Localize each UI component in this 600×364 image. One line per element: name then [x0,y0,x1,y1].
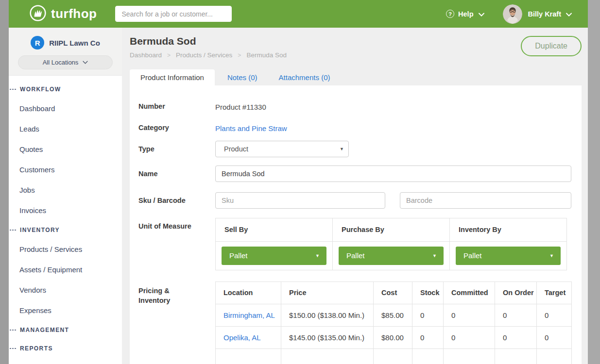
grass-logo-icon [29,4,47,24]
dropdown-arrow-icon: ▼ [549,253,554,258]
stock-cell: 0 [412,326,444,348]
type-select[interactable]: Product [215,141,349,157]
uom-col-inventory-by: Inventory By [450,218,567,241]
product-information-panel: Number Product #11330 Category Plants an… [130,85,582,364]
target-cell: 0 [537,304,572,326]
browser-window: turfhop ? Help [9,0,588,364]
col-cost: Cost [374,281,412,304]
col-location: Location [216,281,281,304]
table-header-row: Location Price Cost Stock Committed On O… [216,281,572,304]
sku-input[interactable] [215,192,385,209]
chevron-down-icon [479,10,484,18]
sidebar-item-leads[interactable]: Leads [9,118,122,139]
org-name: RIIPL Lawn Co [49,39,100,47]
sidebar: R RIIPL Lawn Co All Locations WORKFLOW D… [9,28,122,364]
price-cell: $150.00 ($138.00 Min.) [281,304,374,326]
cost-cell: $80.00 [374,326,412,348]
sidebar-item-jobs[interactable]: Jobs [9,180,122,200]
sidebar-item-assets-equipment[interactable]: Assets / Equipment [9,259,122,280]
breadcrumb-separator: > [167,52,171,59]
dashes-icon [10,89,16,90]
dropdown-arrow-icon: ▼ [315,253,320,258]
table-row: Birmingham, AL $150.00 ($138.00 Min.) $8… [216,304,572,326]
barcode-input[interactable] [400,192,571,209]
on-order-cell: 0 [495,304,537,326]
name-input[interactable] [215,165,571,182]
sidebar-item-dashboard[interactable]: Dashboard [9,98,122,118]
location-link[interactable]: Opelika, AL [216,326,281,348]
location-filter[interactable]: All Locations [18,55,113,69]
help-menu[interactable]: ? Help [446,10,484,18]
table-row-partial [216,348,572,364]
pricing-inventory-table: Location Price Cost Stock Committed On O… [215,281,572,364]
name-label: Name [138,165,215,182]
committed-cell: 0 [444,326,495,348]
tab-product-information[interactable]: Product Information [130,69,215,85]
desktop-edge-right [588,0,600,364]
sidebar-item-quotes[interactable]: Quotes [9,139,122,159]
duplicate-button[interactable]: Duplicate [521,36,582,56]
help-icon: ? [446,10,454,18]
purchase-by-select[interactable]: Pallet ▼ [339,247,444,265]
col-on-order: On Order [495,281,537,304]
col-committed: Committed [444,281,495,304]
breadcrumb-dashboard[interactable]: Dashboard [130,51,162,59]
stock-cell: 0 [412,304,444,326]
breadcrumb-products-services[interactable]: Products / Services [176,51,232,59]
pricing-inventory-label: Pricing & Inventory [138,281,215,364]
chevron-down-icon [83,61,88,64]
sidebar-section-management[interactable]: MANAGEMENT [9,321,122,339]
number-label: Number [138,98,215,111]
table-row: Opelika, AL $145.00 ($135.00 Min.) $80.0… [216,326,572,348]
tab-bar: Product Information Notes (0) Attachment… [130,69,582,85]
location-link[interactable]: Birmingham, AL [216,304,281,326]
brand-name: turfhop [51,6,97,21]
tab-notes[interactable]: Notes (0) [219,69,266,85]
user-menu-name[interactable]: Billy Kraft [528,10,562,18]
on-order-cell: 0 [495,326,537,348]
sidebar-item-expenses[interactable]: Expenses [9,300,122,320]
dashes-icon [10,348,16,349]
sidebar-section-workflow[interactable]: WORKFLOW [9,81,122,98]
brand-logo[interactable]: turfhop [29,4,97,24]
breadcrumb-separator: > [238,52,241,59]
page-title: Bermuda Sod [130,35,287,47]
col-target: Target [537,281,572,304]
dashes-icon [10,330,16,331]
inventory-by-select[interactable]: Pallet ▼ [456,247,561,265]
sidebar-item-products-services[interactable]: Products / Services [9,239,122,259]
avatar[interactable] [503,4,522,24]
sell-by-select[interactable]: Pallet ▼ [222,247,326,265]
target-cell: 0 [537,326,572,348]
desktop-edge-left [0,0,9,364]
category-link[interactable]: Plants and Pine Straw [215,119,287,132]
help-label: Help [458,10,473,18]
sidebar-nav: WORKFLOW Dashboard Leads Quotes Customer… [9,76,122,357]
breadcrumb-current: Bermuda Sod [246,51,287,59]
price-cell: $145.00 ($135.00 Min.) [281,326,374,348]
sidebar-item-invoices[interactable]: Invoices [9,200,122,220]
sidebar-item-vendors[interactable]: Vendors [9,280,122,300]
number-value: Product #11330 [215,98,266,111]
sku-barcode-label: Sku / Barcode [138,192,215,209]
tab-attachments[interactable]: Attachments (0) [270,69,339,85]
main-content: Bermuda Sod Dashboard > Products / Servi… [122,28,588,364]
top-navbar: turfhop ? Help [9,0,588,28]
type-label: Type [138,141,215,157]
search-input[interactable] [115,6,232,22]
col-stock: Stock [412,281,444,304]
sidebar-section-inventory[interactable]: INVENTORY [9,221,122,239]
uom-col-purchase-by: Purchase By [333,218,450,241]
chevron-down-icon[interactable] [566,10,572,18]
sidebar-item-customers[interactable]: Customers [9,159,122,180]
uom-label: Unit of Measure [138,218,215,270]
location-filter-label: All Locations [43,59,79,66]
breadcrumb: Dashboard > Products / Services > Bermud… [130,51,287,59]
col-price: Price [281,281,374,304]
dashes-icon [10,230,16,231]
app-screen: turfhop ? Help [0,0,600,364]
cost-cell: $85.00 [374,304,412,326]
uom-col-sell-by: Sell By [216,218,333,241]
unit-of-measure-table: Sell By Purchase By Inventory By Pallet … [215,218,567,270]
sidebar-section-reports[interactable]: REPORTS [9,340,122,357]
